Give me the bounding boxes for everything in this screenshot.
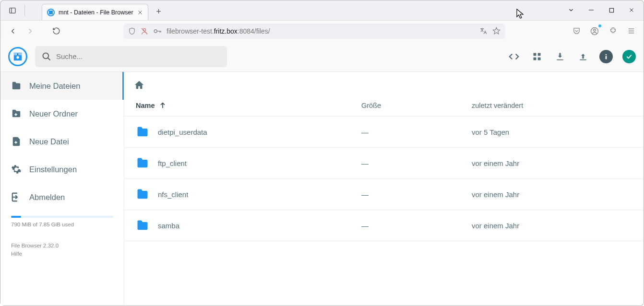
folder-icon [11, 81, 22, 91]
file-row[interactable]: nfs_client — vor einem Jahr [124, 179, 644, 210]
file-size: — [361, 222, 472, 230]
select-all-icon[interactable] [622, 50, 636, 63]
file-row[interactable]: samba — vor einem Jahr [124, 210, 644, 241]
folder-icon [136, 188, 149, 201]
sidebar-item-label: Abmelden [29, 193, 65, 202]
sidebar-item-label: Einstellungen [29, 165, 77, 174]
file-size: — [361, 190, 472, 199]
browser-sidebar-toggle[interactable] [6, 5, 25, 16]
nav-back-button[interactable] [5, 24, 21, 39]
window-close-button[interactable] [622, 3, 641, 17]
url-text: filebrowser-test.fritz.box:8084/files/ [167, 27, 475, 35]
app-logo[interactable] [8, 47, 27, 66]
shell-icon[interactable] [507, 50, 521, 63]
info-icon[interactable] [599, 50, 613, 63]
svg-rect-34 [606, 56, 607, 59]
svg-point-17 [594, 29, 596, 31]
file-row[interactable]: ftp_client — vor einem Jahr [124, 148, 644, 179]
column-header-name[interactable]: Name [136, 102, 361, 109]
column-header-size[interactable]: Größe [361, 102, 472, 109]
svg-rect-24 [17, 53, 18, 55]
svg-line-26 [48, 58, 50, 60]
svg-point-33 [606, 54, 607, 55]
browser-tab[interactable]: mnt - Dateien - File Browser [42, 4, 148, 20]
translate-icon[interactable] [479, 27, 488, 35]
extensions-icon[interactable] [605, 24, 620, 39]
file-modified: vor einem Jahr [472, 190, 632, 199]
svg-rect-38 [14, 142, 17, 143]
svg-rect-27 [534, 53, 537, 56]
list-header: Name Größe zuletzt verändert [124, 95, 644, 117]
storage-text: 790 MiB of 7.85 GiB used [11, 222, 113, 227]
svg-point-25 [43, 53, 49, 59]
sidebar-item-label: Meine Dateien [29, 82, 80, 91]
folder-icon [136, 219, 149, 232]
file-name: samba [158, 222, 179, 230]
storage-indicator: 790 MiB of 7.85 GiB used [0, 211, 124, 230]
logout-icon [11, 192, 22, 202]
search-placeholder: Suche... [56, 52, 83, 60]
svg-rect-36 [14, 114, 17, 115]
new-folder-icon [11, 108, 22, 119]
sidebar: Meine Dateien Neuer Ordner Neue Datei Ei… [0, 41, 124, 306]
version-text: File Browser 2.32.0 [11, 242, 113, 250]
sidebar-item-new-file[interactable]: Neue Datei [0, 128, 124, 155]
folder-icon [136, 156, 149, 170]
file-name: dietpi_userdata [158, 128, 207, 136]
nav-forward-button[interactable] [23, 24, 38, 39]
address-bar: filebrowser-test.fritz.box:8084/files/ [0, 20, 644, 41]
svg-rect-29 [534, 57, 537, 60]
file-name: nfs_client [158, 190, 188, 199]
breadcrumb [124, 72, 644, 95]
svg-rect-0 [10, 8, 15, 13]
new-file-icon [11, 136, 22, 147]
sidebar-item-label: Neuer Ordner [29, 109, 78, 118]
sort-asc-icon [159, 102, 167, 109]
file-modified: vor 5 Tagen [472, 128, 632, 136]
account-icon[interactable] [587, 24, 602, 39]
lock-icon[interactable] [153, 27, 162, 35]
bookmark-star-icon[interactable] [492, 27, 501, 35]
sidebar-footer: File Browser 2.32.0 Hilfe [0, 230, 124, 270]
sidebar-item-settings[interactable]: Einstellungen [0, 155, 124, 183]
nav-reload-button[interactable] [48, 24, 64, 39]
shield-icon[interactable] [128, 27, 136, 35]
folder-icon [136, 125, 149, 139]
sidebar-item-logout[interactable]: Abmelden [0, 183, 124, 211]
download-icon[interactable] [553, 50, 567, 63]
help-link[interactable]: Hilfe [11, 250, 113, 258]
file-size: — [361, 159, 472, 167]
search-input[interactable]: Suche... [35, 46, 227, 67]
search-icon [42, 52, 51, 61]
pocket-icon[interactable] [569, 24, 584, 39]
main-content: Name Größe zuletzt verändert dietpi_user… [124, 41, 644, 306]
url-box[interactable]: filebrowser-test.fritz.box:8084/files/ [123, 24, 505, 39]
svg-rect-28 [538, 53, 541, 56]
sidebar-item-my-files[interactable]: Meine Dateien [0, 72, 124, 100]
tab-title: mnt - Dateien - File Browser [59, 9, 133, 16]
file-row[interactable]: dietpi_userdata — vor 5 Tagen [124, 117, 644, 148]
app-menu-icon[interactable] [623, 24, 639, 39]
sidebar-item-new-folder[interactable]: Neuer Ordner [0, 100, 124, 128]
browser-chrome: mnt - Dateien - File Browser + filebrows… [0, 0, 644, 41]
home-icon[interactable] [134, 80, 634, 90]
svg-rect-6 [609, 8, 613, 12]
upload-icon[interactable] [576, 50, 590, 63]
file-modified: vor einem Jahr [472, 222, 632, 230]
file-size: — [361, 128, 472, 136]
tabs-dropdown-icon[interactable] [561, 3, 581, 17]
file-name: ftp_client [158, 159, 187, 167]
svg-rect-2 [49, 11, 53, 14]
svg-rect-31 [557, 59, 563, 60]
tab-close-icon[interactable] [137, 10, 143, 15]
window-maximize-button[interactable] [602, 3, 621, 17]
new-tab-button[interactable]: + [151, 4, 167, 19]
window-minimize-button[interactable] [582, 3, 601, 17]
svg-rect-30 [538, 57, 541, 60]
app-header: Suche... [0, 41, 644, 72]
permissions-icon[interactable] [141, 27, 148, 35]
column-header-modified[interactable]: zuletzt verändert [472, 102, 632, 109]
svg-point-11 [154, 30, 157, 33]
gear-icon [11, 164, 22, 175]
view-grid-icon[interactable] [530, 50, 544, 63]
